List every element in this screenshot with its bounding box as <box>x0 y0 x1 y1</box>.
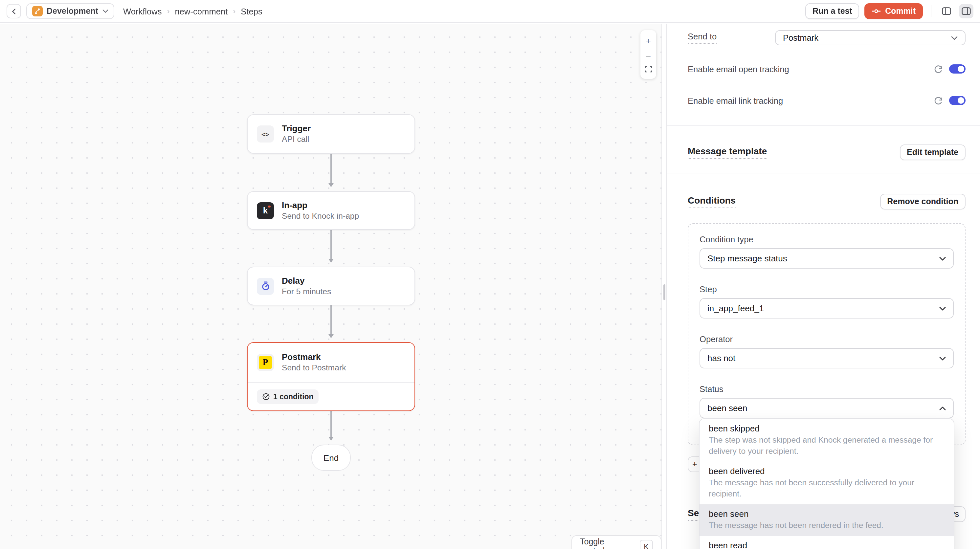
status-option-been-skipped[interactable]: been skipped The step was not skipped an… <box>700 419 954 461</box>
knock-dot <box>268 205 270 207</box>
breadcrumb-separator: › <box>167 6 170 16</box>
edge-delay-postmark <box>330 306 331 335</box>
step-select[interactable]: in_app_feed_1 <box>700 298 954 318</box>
condition-type-value: Step message status <box>707 253 787 263</box>
node-divider <box>248 382 414 383</box>
chevron-down-icon <box>939 256 946 260</box>
node-delay[interactable]: Delay For 5 minutes <box>247 267 415 306</box>
option-label: been seen <box>709 509 945 519</box>
node-postmark[interactable]: P Postmark Send to Postmark 1 condition <box>247 342 415 411</box>
canvas-zoom-controls: + − <box>640 30 656 79</box>
node-trigger[interactable]: <> Trigger API call <box>247 114 415 154</box>
option-label: been delivered <box>709 466 945 476</box>
breadcrumb-current-page: Steps <box>241 6 262 16</box>
open-tracking-label: Enable email open tracking <box>688 64 789 74</box>
right-panel-toggle[interactable] <box>959 4 974 18</box>
remove-condition-button[interactable]: Remove condition <box>880 194 966 210</box>
workflow-canvas[interactable]: <> Trigger API call k In-app Send to Kno… <box>0 24 662 549</box>
step-field: Step in_app_feed_1 <box>700 284 954 318</box>
operator-select[interactable]: has not <box>700 348 954 368</box>
toggle-controls-label: Toggle controls <box>580 537 633 549</box>
link-tracking-row: Enable email link tracking <box>688 95 966 106</box>
stopwatch-icon <box>257 277 274 294</box>
end-label: End <box>323 453 339 463</box>
code-glyph: <> <box>261 130 269 138</box>
status-select[interactable]: been seen <box>700 398 954 419</box>
run-a-test-button[interactable]: Run a test <box>805 3 859 19</box>
section-divider <box>667 126 980 126</box>
node-subtitle: Send to Postmark <box>282 363 346 373</box>
scrollbar-thumb[interactable] <box>663 284 665 300</box>
option-label: been skipped <box>709 423 945 433</box>
reset-icon[interactable] <box>933 95 943 105</box>
edge-trigger-inapp <box>330 154 331 184</box>
commit-button[interactable]: Commit <box>865 3 923 19</box>
step-value: in_app_feed_1 <box>707 303 764 313</box>
chevron-down-icon <box>939 306 946 310</box>
reset-icon[interactable] <box>933 64 943 74</box>
condition-type-select[interactable]: Step message status <box>700 248 954 269</box>
fit-view-icon <box>645 66 652 73</box>
toggle-controls-button[interactable]: Toggle controls K <box>571 535 662 549</box>
status-label: Status <box>700 384 954 394</box>
fit-view-button[interactable] <box>640 66 656 73</box>
topbar-divider <box>931 5 931 17</box>
operator-label: Operator <box>700 334 954 344</box>
breadcrumb-separator: › <box>233 6 235 16</box>
edit-template-button[interactable]: Edit template <box>899 145 966 160</box>
panel-right-icon <box>961 6 972 16</box>
status-option-been-read[interactable]: been read <box>700 536 954 549</box>
breadcrumb: Workflows › new-comment › Steps <box>123 6 262 16</box>
option-description: The message has not been successfully de… <box>709 477 945 500</box>
zoom-out-button[interactable]: − <box>640 51 656 60</box>
condition-type-field: Condition type Step message status <box>700 234 954 269</box>
panel-scrollbar[interactable] <box>662 24 667 549</box>
environment-switcher[interactable]: Development <box>26 3 114 19</box>
node-title: Trigger <box>282 124 311 133</box>
check-circle-icon <box>262 393 270 401</box>
postmark-glyph: P <box>263 357 268 368</box>
status-dropdown-menu: been skipped The step was not skipped an… <box>699 419 955 549</box>
panel-left-icon <box>941 6 952 16</box>
condition-count-badge: 1 condition <box>257 390 319 404</box>
send-to-value: Postmark <box>783 33 818 43</box>
status-field: Status been seen <box>700 384 954 419</box>
status-option-been-seen[interactable]: been seen The message has not been rende… <box>700 504 954 536</box>
back-button[interactable] <box>6 4 21 18</box>
knock-glyph: k <box>263 205 268 215</box>
edge-postmark-end <box>330 411 331 438</box>
open-tracking-toggle[interactable] <box>949 64 966 73</box>
status-value: been seen <box>707 403 747 413</box>
chevron-down-icon <box>951 36 958 40</box>
keyboard-shortcut-badge: K <box>640 539 653 549</box>
open-tracking-row: Enable email open tracking <box>688 64 966 74</box>
send-to-select[interactable]: Postmark <box>775 30 966 45</box>
node-title: Postmark <box>282 352 346 362</box>
toggle-knob <box>958 97 964 104</box>
condition-type-label: Condition type <box>700 234 954 244</box>
step-label: Step <box>700 284 954 294</box>
node-title: In-app <box>282 200 359 210</box>
zoom-in-button[interactable]: + <box>640 36 656 45</box>
breadcrumb-workflows[interactable]: Workflows <box>123 6 162 16</box>
node-end[interactable]: End <box>311 445 351 471</box>
option-description: The step was not skipped and Knock gener… <box>709 435 945 457</box>
status-option-been-delivered[interactable]: been delivered The message has not been … <box>700 461 954 504</box>
chevron-left-icon <box>11 8 17 14</box>
node-subtitle: API call <box>282 135 311 145</box>
left-panel-toggle[interactable] <box>939 4 954 18</box>
section-divider <box>667 173 980 173</box>
breadcrumb-workflow-name[interactable]: new-comment <box>175 6 228 16</box>
commit-icon <box>872 8 881 14</box>
node-title: Delay <box>282 275 331 285</box>
operator-value: has not <box>707 353 735 363</box>
option-label: been read <box>709 541 945 549</box>
conditions-row: Conditions Remove condition <box>688 194 966 210</box>
edge-inapp-delay <box>330 230 331 259</box>
knock-icon: k <box>257 202 274 219</box>
link-tracking-toggle[interactable] <box>949 96 966 105</box>
postmark-icon: P <box>257 354 274 371</box>
node-in-app[interactable]: k In-app Send to Knock in-app <box>247 191 415 230</box>
link-tracking-label: Enable email link tracking <box>688 95 783 105</box>
message-template-heading: Message template <box>688 146 767 159</box>
